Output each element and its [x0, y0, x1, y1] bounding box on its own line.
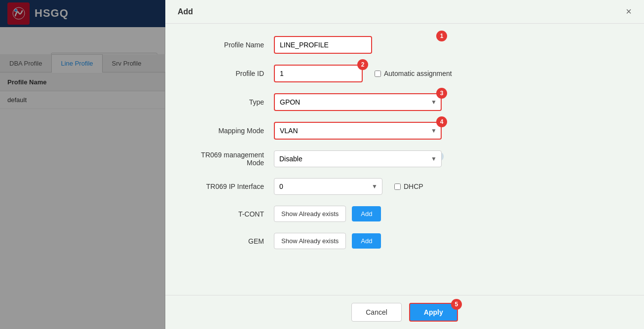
type-select[interactable]: GPON — [274, 93, 442, 111]
tr069-ip-select[interactable]: 0 — [274, 178, 382, 195]
gem-row: GEM Show Already exists Add — [185, 233, 624, 249]
tr069-mode-label: TR069 management Mode — [185, 151, 274, 167]
badge-4: 4 — [436, 116, 447, 127]
tr069-mode-row: TR069 management Mode Disable ▼ — [185, 150, 624, 167]
profile-id-input[interactable] — [274, 65, 363, 82]
profile-name-row: Profile Name 1 — [185, 36, 624, 54]
modal-header: Add × — [165, 0, 644, 24]
tcont-label: T-CONT — [185, 210, 274, 218]
gem-label: GEM — [185, 237, 274, 245]
auto-assignment-label: Automatic assignment — [384, 70, 452, 77]
badge-3: 3 — [436, 88, 447, 99]
profile-id-row: Profile ID 2 Automatic assignment — [185, 65, 624, 82]
tr069-ip-row: TR069 IP Interface 0 ▼ DHCP — [185, 178, 624, 195]
mapping-mode-select[interactable]: VLAN — [274, 122, 442, 140]
badge-5: 5 — [451, 299, 462, 310]
dhcp-checkbox[interactable] — [394, 183, 401, 190]
dhcp-checkbox-label[interactable]: DHCP — [394, 183, 423, 190]
profile-id-label: Profile ID — [185, 70, 274, 77]
profile-name-input[interactable] — [274, 36, 372, 54]
tcont-row: T-CONT Show Already exists Add — [185, 206, 624, 222]
mapping-mode-row: Mapping Mode VLAN ▼ 4 — [185, 122, 624, 140]
modal-body: ForoISP Profile Name 1 Profile ID 2 Auto… — [165, 24, 644, 295]
tr069-ip-label: TR069 IP Interface — [185, 183, 274, 190]
tcont-show-exists-button[interactable]: Show Already exists — [274, 206, 346, 222]
tcont-add-button[interactable]: Add — [352, 206, 381, 221]
modal-close-button[interactable]: × — [626, 6, 632, 17]
badge-2: 2 — [357, 59, 368, 70]
dhcp-label: DHCP — [404, 183, 423, 190]
gem-add-button[interactable]: Add — [352, 233, 381, 249]
type-row: Type GPON ▼ 3 — [185, 93, 624, 111]
auto-assignment-checkbox-label[interactable]: Automatic assignment — [375, 70, 452, 77]
apply-button[interactable]: Apply — [409, 303, 458, 322]
modal-title: Add — [178, 7, 193, 16]
profile-name-label: Profile Name — [185, 41, 274, 49]
tr069-mode-select[interactable]: Disable — [274, 150, 442, 167]
mapping-mode-label: Mapping Mode — [185, 127, 274, 135]
type-label: Type — [185, 98, 274, 106]
modal: Add × ForoISP Profile Name 1 Profile ID … — [165, 0, 644, 329]
auto-assignment-checkbox[interactable] — [375, 71, 381, 77]
modal-footer: Cancel Apply 5 — [165, 295, 644, 329]
gem-show-exists-button[interactable]: Show Already exists — [274, 233, 346, 249]
cancel-button[interactable]: Cancel — [351, 303, 402, 322]
badge-1: 1 — [436, 31, 447, 41]
